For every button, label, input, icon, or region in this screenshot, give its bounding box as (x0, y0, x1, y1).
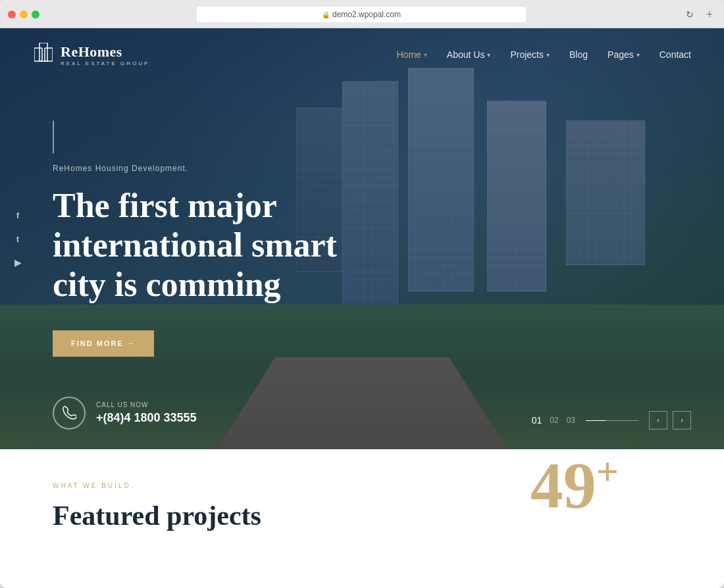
hero-title: The first major international smart city… (53, 186, 382, 304)
slide-progress (586, 420, 638, 421)
find-more-button[interactable]: FIND MORE → (53, 331, 154, 357)
prev-slide-button[interactable]: ‹ (649, 411, 667, 429)
close-dot[interactable] (8, 11, 16, 18)
maximize-dot[interactable] (32, 11, 39, 18)
nav-item-about[interactable]: About Us ▾ (447, 49, 491, 60)
nav-link-pages[interactable]: Pages ▾ (608, 49, 640, 60)
phone-icon[interactable] (53, 397, 86, 429)
slide-controls: 01 02 03 ‹ › (532, 411, 691, 429)
below-hero-section: WHAT WE BUILD. Featured projects 49+ (0, 449, 724, 588)
social-sidebar: f t ▶ (12, 209, 24, 268)
counter-area: 49+ (530, 452, 619, 518)
browser-window: 🔒 demo2.wpopal.com ↻ + (0, 0, 724, 588)
chevron-down-icon: ▾ (487, 51, 490, 59)
nav-item-home[interactable]: Home ▾ (396, 49, 427, 60)
slide-3[interactable]: 03 (567, 416, 575, 425)
slide-arrows: ‹ › (649, 411, 691, 429)
brand-name: ReHomes (61, 43, 149, 61)
browser-chrome: 🔒 demo2.wpopal.com ↻ + (0, 0, 724, 28)
call-number: +(84)4 1800 33555 (96, 411, 197, 425)
below-hero-inner: WHAT WE BUILD. Featured projects 49+ (53, 482, 671, 531)
brand-tagline: Real Estate Group (61, 61, 149, 66)
chevron-down-icon: ▾ (424, 51, 427, 59)
slide-numbers: 01 02 03 (532, 415, 575, 426)
nav-link-projects[interactable]: Projects ▾ (510, 49, 550, 60)
svg-rect-0 (39, 43, 47, 61)
address-bar[interactable]: 🔒 demo2.wpopal.com (197, 7, 526, 22)
nav-link-contact[interactable]: Contact (659, 49, 691, 60)
nav-item-contact[interactable]: Contact (659, 49, 691, 60)
nav-item-pages[interactable]: Pages ▾ (608, 49, 640, 60)
minimize-dot[interactable] (20, 11, 28, 18)
page-content: ReHomes Real Estate Group Home ▾ About U… (0, 28, 724, 588)
counter-number: 49+ (530, 449, 619, 522)
logo-text: ReHomes Real Estate Group (61, 43, 149, 66)
facebook-icon[interactable]: f (12, 209, 24, 221)
nav-link-home[interactable]: Home ▾ (396, 49, 427, 60)
svg-rect-1 (34, 48, 42, 61)
hero-section: ReHomes Real Estate Group Home ▾ About U… (0, 28, 724, 449)
browser-dots (8, 11, 39, 18)
hero-subtitle: ReHomes Housing Development. (53, 164, 382, 173)
youtube-icon[interactable]: ▶ (12, 257, 24, 268)
chevron-down-icon: ▾ (546, 51, 550, 59)
logo[interactable]: ReHomes Real Estate Group (33, 41, 149, 68)
navbar: ReHomes Real Estate Group Home ▾ About U… (0, 28, 724, 81)
nav-link-about[interactable]: About Us ▾ (447, 49, 491, 60)
twitter-icon[interactable]: t (12, 233, 24, 245)
slide-2[interactable]: 02 (550, 416, 558, 425)
lock-icon: 🔒 (322, 11, 330, 18)
nav-links: Home ▾ About Us ▾ Projects ▾ (396, 49, 691, 60)
next-slide-button[interactable]: › (673, 411, 691, 429)
call-now: CALL US NOW +(84)4 1800 33555 (53, 397, 197, 429)
url-text: demo2.wpopal.com (332, 10, 401, 19)
nav-item-blog[interactable]: Blog (569, 49, 588, 60)
refresh-button[interactable]: ↻ (683, 8, 696, 21)
call-info: CALL US NOW +(84)4 1800 33555 (96, 401, 197, 425)
hero-line-divider (53, 120, 54, 153)
slide-1[interactable]: 01 (532, 415, 542, 426)
call-label: CALL US NOW (96, 401, 197, 408)
chevron-down-icon: ▾ (636, 51, 640, 59)
nav-link-blog[interactable]: Blog (569, 49, 588, 60)
new-tab-button[interactable]: + (703, 8, 716, 21)
nav-item-projects[interactable]: Projects ▾ (510, 49, 550, 60)
logo-icon (33, 41, 54, 68)
hero-content: ReHomes Housing Development. The first m… (53, 120, 382, 356)
svg-rect-2 (45, 48, 53, 61)
